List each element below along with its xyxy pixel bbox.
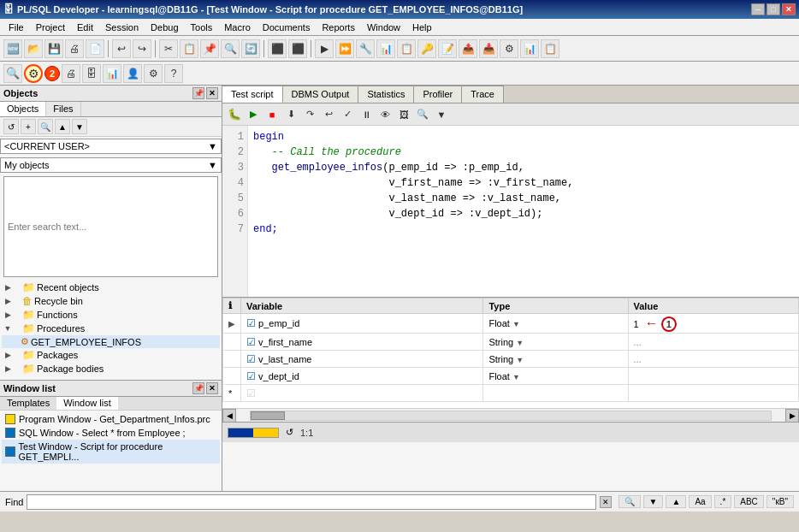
value-cell3[interactable]: ... bbox=[628, 351, 798, 368]
tb7[interactable]: ⚙ bbox=[500, 39, 518, 58]
tb8[interactable]: 📊 bbox=[520, 39, 539, 58]
paste-button[interactable]: 📌 bbox=[200, 39, 219, 58]
tree-item-procedures[interactable]: ▼ 📁 Procedures bbox=[2, 322, 220, 335]
step-over-btn[interactable]: ↷ bbox=[301, 106, 318, 123]
new-button[interactable]: 🆕 bbox=[3, 39, 22, 58]
commit-btn[interactable]: ✓ bbox=[339, 106, 356, 123]
check-cell3[interactable] bbox=[223, 351, 241, 368]
tab-dbms-output[interactable]: DBMS Output bbox=[283, 86, 359, 103]
code-editor[interactable]: 1 2 3 4 5 6 7 begin -- Call the procedur… bbox=[222, 126, 799, 297]
menu-reports[interactable]: Reports bbox=[317, 21, 360, 34]
maximize-button[interactable]: □ bbox=[766, 3, 780, 15]
image-btn[interactable]: 🖼 bbox=[395, 106, 412, 123]
list-item[interactable]: Program Window - Get_Department_Infos.pr… bbox=[2, 412, 220, 426]
tree-item-functions[interactable]: ▶ 📁 Functions bbox=[2, 308, 220, 322]
menu-project[interactable]: Project bbox=[31, 21, 70, 34]
find-input[interactable] bbox=[27, 494, 595, 510]
tb2[interactable]: 📋 bbox=[397, 39, 416, 58]
format-left[interactable]: ⬛ bbox=[268, 39, 287, 58]
filter2-btn[interactable]: ▼ bbox=[72, 119, 87, 134]
more-btn[interactable]: ▼ bbox=[433, 106, 450, 123]
tree-item-get-employee-infos[interactable]: ⚙ GET_EMPLOYEE_INFOS bbox=[2, 335, 220, 348]
tab-objects[interactable]: Objects bbox=[0, 102, 46, 116]
table-row[interactable]: ☑ v_last_name String ▼ ... bbox=[223, 351, 799, 368]
tab-files[interactable]: Files bbox=[46, 102, 80, 116]
menu-edit[interactable]: Edit bbox=[72, 21, 98, 34]
find-regex-btn[interactable]: .* bbox=[714, 495, 732, 508]
format-right[interactable]: ⬛ bbox=[288, 39, 307, 58]
tb1[interactable]: 📊 bbox=[376, 39, 395, 58]
tb9[interactable]: 📋 bbox=[541, 39, 559, 58]
menu-file[interactable]: File bbox=[3, 21, 29, 34]
scroll-left-btn[interactable]: ◀ bbox=[222, 409, 236, 423]
user-btn[interactable]: 👤 bbox=[123, 64, 142, 83]
tree-item-recycle-bin[interactable]: ▶ 🗑 Recycle bin bbox=[2, 294, 220, 308]
help-icon-btn[interactable]: ? bbox=[164, 64, 183, 83]
print-icon-btn[interactable]: 🖨 bbox=[62, 64, 80, 83]
save-button[interactable]: 💾 bbox=[44, 39, 63, 58]
menu-help[interactable]: Help bbox=[407, 21, 437, 34]
scroll-right-btn[interactable]: ▶ bbox=[785, 409, 799, 423]
tab-templates[interactable]: Templates bbox=[0, 397, 56, 410]
find-button[interactable]: 🔍 bbox=[221, 39, 240, 58]
add-btn[interactable]: + bbox=[21, 119, 36, 134]
menu-documents[interactable]: Documents bbox=[257, 21, 316, 34]
tab-statistics[interactable]: Statistics bbox=[358, 86, 414, 103]
list-item[interactable]: Test Window - Script for procedure GET_E… bbox=[2, 440, 220, 464]
wl-close-btn[interactable]: ✕ bbox=[206, 382, 218, 394]
find-word-btn[interactable]: "кВ" bbox=[766, 495, 794, 508]
list-item[interactable]: SQL Window - Select * from Employee ; bbox=[2, 426, 220, 440]
check-cell2[interactable] bbox=[223, 334, 241, 351]
undo-button[interactable]: ↩ bbox=[112, 39, 131, 58]
tree-item-recent-objects[interactable]: ▶ 📁 Recent objects bbox=[2, 281, 220, 294]
gear-button[interactable]: ⚙ bbox=[24, 64, 43, 83]
table-btn[interactable]: 📊 bbox=[103, 64, 121, 83]
refresh-btn[interactable]: ↺ bbox=[3, 119, 19, 134]
table-row[interactable]: ▶ ☑ p_emp_id Float ▼ 1 ← bbox=[223, 314, 799, 334]
step-into-btn[interactable]: ⬇ bbox=[282, 106, 299, 123]
table-row[interactable]: ☑ v_dept_id Float ▼ bbox=[223, 368, 799, 385]
cut-button[interactable]: ✂ bbox=[159, 39, 178, 58]
code-content[interactable]: begin -- Call the procedure get_employee… bbox=[248, 126, 799, 297]
value-cell2[interactable]: ... bbox=[628, 334, 798, 351]
tree-item-packages[interactable]: ▶ 📁 Packages bbox=[2, 348, 220, 362]
print2-button[interactable]: 📄 bbox=[86, 39, 104, 58]
search-tb-btn[interactable]: 🔍 bbox=[414, 106, 431, 123]
menu-window[interactable]: Window bbox=[362, 21, 405, 34]
rollback-btn[interactable]: ↩ bbox=[320, 106, 337, 123]
redo-button[interactable]: ↪ bbox=[133, 39, 151, 58]
current-user-select[interactable]: <CURRENT USER> ▼ bbox=[0, 139, 222, 154]
tb3[interactable]: 🔑 bbox=[417, 39, 436, 58]
tab-trace[interactable]: Trace bbox=[462, 86, 504, 103]
tab-window-list[interactable]: Window list bbox=[56, 397, 118, 410]
find-close-btn[interactable]: ✕ bbox=[600, 496, 612, 508]
compile-btn[interactable]: 🔧 bbox=[356, 39, 375, 58]
find-abc-btn[interactable]: ABC bbox=[734, 495, 764, 508]
panel-close-btn[interactable]: ✕ bbox=[206, 87, 218, 99]
open-button[interactable]: 📂 bbox=[24, 39, 43, 58]
tab-profiler[interactable]: Profiler bbox=[414, 86, 462, 103]
menu-macro[interactable]: Macro bbox=[219, 21, 256, 34]
break-btn[interactable]: ⏸ bbox=[358, 106, 375, 123]
search-small-btn[interactable]: 🔍 bbox=[38, 119, 53, 134]
db-btn[interactable]: 🗄 bbox=[82, 64, 101, 83]
tab-test-script[interactable]: Test script bbox=[222, 86, 283, 103]
find-up-btn[interactable]: ▲ bbox=[666, 495, 686, 508]
menu-tools[interactable]: Tools bbox=[186, 21, 218, 34]
tb5[interactable]: 📤 bbox=[459, 39, 477, 58]
table-row[interactable]: ☑ v_first_name String ▼ ... bbox=[223, 334, 799, 351]
scroll-track[interactable] bbox=[250, 411, 772, 421]
filter-btn[interactable]: ▲ bbox=[55, 119, 70, 134]
check-cell[interactable]: ▶ bbox=[223, 314, 241, 334]
find-case-btn[interactable]: Aa bbox=[689, 495, 711, 508]
objects-search-input[interactable] bbox=[3, 176, 218, 277]
wl-pin-btn[interactable]: 📌 bbox=[192, 382, 204, 394]
close-button[interactable]: ✕ bbox=[782, 3, 796, 15]
my-objects-select[interactable]: My objects ▼ bbox=[0, 157, 222, 173]
menu-session[interactable]: Session bbox=[100, 21, 144, 34]
panel-pin-btn[interactable]: 📌 bbox=[192, 87, 204, 99]
stop-btn[interactable]: ■ bbox=[263, 106, 281, 123]
scroll-thumb[interactable] bbox=[251, 411, 285, 420]
menu-debug[interactable]: Debug bbox=[145, 21, 183, 34]
proc-btn[interactable]: ⚙ bbox=[144, 64, 163, 83]
